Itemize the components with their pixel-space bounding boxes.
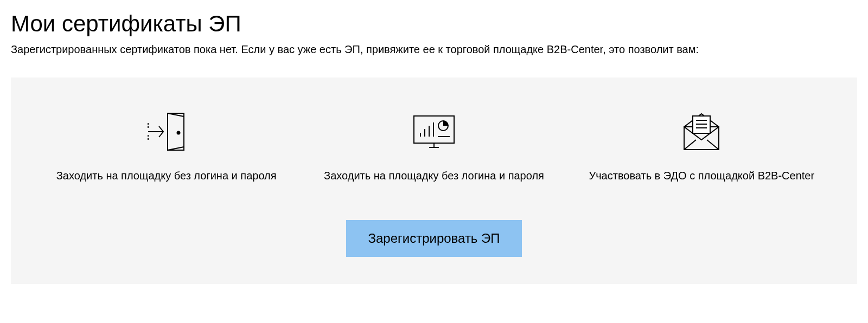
- benefits-panel: Заходить на площадку без логина и пароля: [11, 77, 857, 284]
- svg-line-21: [684, 140, 696, 150]
- benefit-text: Заходить на площадку без логина и пароля: [56, 170, 277, 182]
- cta-wrap: Зарегистрировать ЭП: [33, 220, 835, 257]
- register-ep-button[interactable]: Зарегистрировать ЭП: [346, 220, 521, 257]
- benefit-analytics: Заходить на площадку без логина и пароля: [300, 110, 567, 182]
- benefit-login: Заходить на площадку без логина и пароля: [33, 110, 300, 182]
- svg-line-22: [707, 140, 719, 150]
- benefit-text: Заходить на площадку без логина и пароля: [324, 170, 544, 182]
- benefit-text: Участвовать в ЭДО с площадкой B2B-Center: [589, 170, 814, 182]
- page-subtitle: Зарегистрированных сертификатов пока нет…: [11, 43, 857, 56]
- benefits-row: Заходить на площадку без логина и пароля: [33, 110, 835, 182]
- svg-rect-0: [168, 113, 184, 150]
- benefit-edo: Участвовать в ЭДО с площадкой B2B-Center: [568, 110, 835, 182]
- login-door-icon: [144, 110, 189, 153]
- page-title: Мои сертификаты ЭП: [11, 11, 857, 37]
- analytics-monitor-icon: [411, 110, 457, 153]
- envelope-document-icon: [679, 110, 724, 153]
- svg-point-3: [177, 132, 180, 134]
